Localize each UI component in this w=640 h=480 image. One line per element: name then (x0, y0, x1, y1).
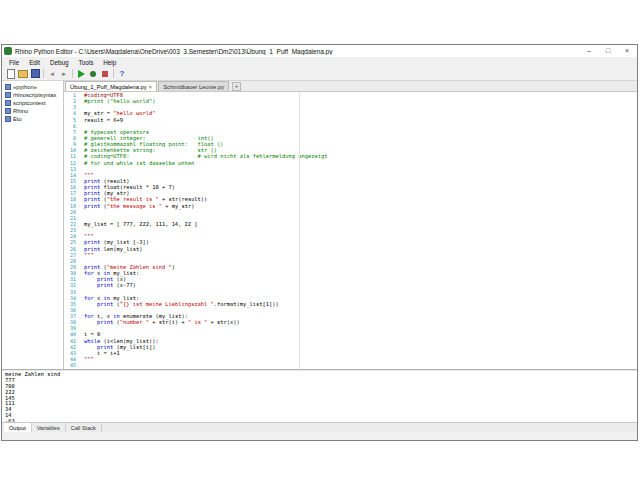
code-token: print (97, 319, 113, 325)
save-script-button[interactable] (29, 68, 41, 80)
code-token: i = i+1 (84, 350, 120, 356)
menu-help[interactable]: Help (98, 59, 121, 66)
sidebar-item-rhino[interactable]: Rhino (2, 107, 63, 115)
toolbar: ◂▸? (2, 67, 637, 81)
sidebar-item-label: Eto (13, 116, 22, 122)
code-token (84, 319, 97, 325)
code-token: # coding=UTF8: # wird nicht als fehlerme… (84, 153, 327, 159)
code-token: (x-77) (113, 282, 136, 288)
code-token: len(my_list) (100, 246, 142, 252)
debug-script-button[interactable] (87, 68, 99, 80)
tab-bung-1-puff-magdalena-py[interactable]: Übung_1_Puff_Magdalena.py× (65, 81, 157, 91)
sidebar-item-label: Rhino (13, 108, 28, 114)
code-token: print (84, 178, 100, 184)
code-token: "the message is " (107, 203, 162, 209)
sidebar-item-eto[interactable]: Eto (2, 115, 63, 123)
code-token: print (97, 276, 113, 282)
minimize-button[interactable]: – (581, 45, 597, 57)
module-icon (5, 108, 11, 114)
code-token: for (84, 270, 94, 276)
code-token: x (94, 270, 104, 276)
code-token: print (84, 196, 100, 202)
output-tab-variables[interactable]: Variables (32, 423, 66, 432)
status-bar (2, 432, 637, 440)
code-token: print (97, 301, 113, 307)
new-script-button[interactable] (5, 68, 17, 80)
app-icon (4, 47, 12, 55)
code-token: print (84, 264, 100, 270)
help-button[interactable]: ? (116, 68, 128, 80)
code-token: #coding=UTF8 (84, 92, 123, 98)
code-editor[interactable]: 1234567891011121314151617181920212223242… (64, 92, 637, 369)
maximize-button[interactable]: □ (600, 45, 616, 57)
code-token: (my_list[i]) (113, 344, 155, 350)
redo-icon: ▸ (62, 70, 66, 77)
run-script-button[interactable] (75, 68, 87, 80)
tab-close-button[interactable]: × (149, 84, 153, 90)
module-icon (5, 100, 11, 106)
code-token: (my_str) (100, 190, 129, 196)
code-token: "meine Zahlen sind " (107, 264, 172, 270)
code-token: i, x (94, 313, 113, 319)
undo-icon: ◂ (50, 70, 54, 77)
code-token: float(result * 10 + 7) (100, 184, 175, 190)
line-number: 45 (64, 362, 76, 368)
code-token: """ (84, 252, 94, 258)
code-token: enumerate (my_list): (120, 313, 188, 319)
stop-script-button[interactable] (99, 68, 111, 80)
help-icon: ? (120, 70, 125, 78)
code-token: for (84, 313, 94, 319)
output-tab-bar: OutputVariablesCall Stack (2, 423, 637, 432)
module-icon (5, 116, 11, 122)
code-token: (result) (100, 178, 129, 184)
sidebar-item-label: «python» (13, 84, 37, 90)
open-script-button[interactable] (17, 68, 29, 80)
open-script-icon (18, 70, 28, 78)
rhino-python-editor-window: Rhino Python Editor - C:\Users\Magdalena… (1, 44, 638, 441)
line-number-gutter: 1234567891011121314151617181920212223242… (64, 92, 79, 369)
code-token: print (84, 203, 100, 209)
code-token: my_str = (84, 110, 113, 116)
output-tab-call-stack[interactable]: Call Stack (66, 423, 102, 432)
code-token: "the result is " (107, 196, 159, 202)
close-button[interactable]: × (619, 45, 635, 57)
code-token: + str(i) + (149, 319, 188, 325)
code-token: (i<len(my_list)): (100, 338, 158, 344)
menu-debug[interactable]: Debug (45, 59, 74, 66)
output-tab-output[interactable]: Output (4, 423, 32, 432)
sidebar-item-scriptcontext[interactable]: scriptcontext (2, 99, 63, 107)
code-token: """ (84, 356, 94, 362)
menu-file[interactable]: File (4, 59, 24, 66)
sidebar-item-rhinoscriptsyntax[interactable]: rhinoscriptsyntax (2, 91, 63, 99)
code-token: print (84, 239, 100, 245)
code-token: #print ("hello world") (84, 98, 155, 104)
code-text-area[interactable]: #coding=UTF8#print ("hello world") my_st… (79, 92, 637, 369)
code-token: " is " (188, 319, 207, 325)
code-token: """ (84, 172, 94, 178)
window-title: Rhino Python Editor - C:\Users\Magdalena… (15, 48, 578, 55)
code-token: my_list: (110, 270, 139, 276)
undo-button[interactable]: ◂ (46, 68, 58, 80)
code-token: print (97, 344, 113, 350)
redo-button[interactable]: ▸ (58, 68, 70, 80)
code-line[interactable] (84, 362, 637, 368)
column-guide-line (299, 92, 300, 369)
menu-edit[interactable]: Edit (24, 59, 45, 66)
code-token: + str(result)) (159, 196, 208, 202)
code-token (84, 282, 97, 288)
code-token: while (84, 338, 100, 344)
module-icon (5, 92, 11, 98)
sidebar-item-label: scriptcontext (13, 100, 46, 106)
code-token: print (84, 246, 100, 252)
new-tab-button[interactable]: + (232, 82, 241, 91)
code-token: (x) (113, 276, 126, 282)
module-icon (5, 84, 11, 90)
code-token: # typecast operators (84, 129, 149, 135)
code-token: # generell integer: int() (84, 135, 214, 141)
menu-tools[interactable]: Tools (74, 59, 99, 66)
code-token: # gleitkommazahl floating point: float (… (84, 141, 224, 147)
tab-label: Übung_1_Puff_Magdalena.py (70, 84, 147, 90)
new-script-icon (7, 69, 15, 79)
tab-schmidbauer-leonie-py[interactable]: Schmidbauer Leonie.py (158, 81, 229, 91)
sidebar-item-python[interactable]: «python» (2, 83, 63, 91)
